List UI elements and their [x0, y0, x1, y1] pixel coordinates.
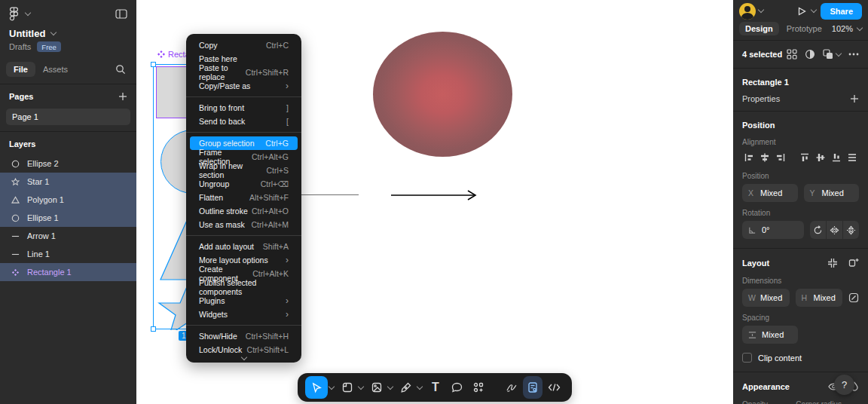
- layer-ellipse-1[interactable]: Ellipse 1: [0, 209, 136, 227]
- help-button[interactable]: ?: [834, 375, 854, 395]
- move-tool-button[interactable]: [305, 376, 328, 399]
- menu-item-use-as-mask[interactable]: Use as maskCtrl+Alt+M: [190, 218, 298, 231]
- menu-item-wrap-in-new-section[interactable]: Wrap in new sectionCtrl+S: [190, 164, 298, 177]
- zoom-control[interactable]: 102%: [832, 24, 862, 33]
- spacing-field[interactable]: Mixed: [742, 326, 798, 344]
- menu-item-paste-to-replace[interactable]: Paste to replaceCtrl+Shift+R: [190, 66, 298, 79]
- file-location[interactable]: Drafts: [9, 42, 31, 51]
- canvas-ellipse-2[interactable]: [373, 32, 512, 157]
- layer-line-1[interactable]: Line 1: [0, 245, 136, 263]
- y-position-field[interactable]: Y Mixed: [804, 184, 860, 202]
- left-sidebar: Untitled Drafts Free File Assets Pages P…: [0, 0, 136, 404]
- toggle-panel-icon[interactable]: [115, 9, 127, 19]
- clip-content-checkbox[interactable]: [742, 353, 752, 363]
- canvas-arrow-1[interactable]: [390, 189, 481, 201]
- union-icon: [823, 49, 833, 60]
- add-page-icon[interactable]: [118, 92, 127, 101]
- constrain-proportions-icon[interactable]: [848, 292, 859, 303]
- layer-polygon-1[interactable]: Polygon 1: [0, 191, 136, 209]
- align-bottom-icon[interactable]: [829, 150, 843, 165]
- tab-assets[interactable]: Assets: [35, 62, 75, 77]
- tab-prototype[interactable]: Prototype: [781, 22, 828, 35]
- share-button[interactable]: Share: [821, 3, 862, 20]
- pen-tool-button[interactable]: [396, 376, 416, 399]
- layer-arrow-1[interactable]: Arrow 1: [0, 227, 136, 245]
- appearance-header: Appearance: [742, 382, 790, 391]
- shape-tool-chevron-icon[interactable]: [387, 383, 393, 389]
- properties-label: Properties: [742, 94, 780, 103]
- selection-handle-top-left[interactable]: [151, 62, 156, 67]
- create-component-icon[interactable]: [787, 49, 797, 60]
- frame-tool-button[interactable]: [338, 376, 357, 399]
- align-left-icon[interactable]: [742, 150, 756, 165]
- height-field[interactable]: H Mixed: [796, 289, 843, 307]
- menu-item-bring-to-front[interactable]: Bring to front]: [190, 101, 298, 115]
- menu-item-add-auto-layout[interactable]: Add auto layoutShift+A: [190, 240, 298, 253]
- flip-horizontal-icon[interactable]: [827, 221, 842, 239]
- file-title[interactable]: Untitled: [9, 28, 45, 39]
- actions-icon: [472, 381, 484, 393]
- layer-star-1[interactable]: Star 1: [0, 173, 136, 191]
- boolean-groups-control[interactable]: [823, 49, 841, 60]
- move-tool-chevron-icon[interactable]: [329, 383, 335, 389]
- align-horizontal-center-icon[interactable]: [758, 150, 772, 165]
- menu-item-outline-stroke[interactable]: Outline strokeCtrl+Alt+O: [190, 204, 298, 218]
- menu-scroll-down-indicator[interactable]: [186, 357, 301, 361]
- tidy-up-icon[interactable]: [845, 150, 859, 165]
- figma-logo-icon[interactable]: [9, 7, 19, 21]
- align-vertical-center-icon[interactable]: [813, 150, 827, 165]
- corner-radius-label: Corner radius: [796, 393, 845, 404]
- layer-rectangle-1[interactable]: Rectangle 1: [0, 263, 136, 281]
- pen-tool-chevron-icon[interactable]: [417, 383, 423, 389]
- menu-item-send-to-back[interactable]: Send to back[: [190, 115, 298, 128]
- menu-divider: [186, 132, 301, 133]
- avatar-chevron-icon[interactable]: [758, 7, 764, 13]
- tab-file[interactable]: File: [6, 62, 35, 77]
- bottom-toolbar: T: [298, 373, 572, 402]
- tab-design[interactable]: Design: [739, 22, 779, 35]
- actions-tool-button[interactable]: [469, 376, 488, 399]
- dev-mode-toggle-button[interactable]: [523, 376, 542, 399]
- selection-handle-bottom-left[interactable]: [151, 326, 156, 332]
- main-menu-chevron-icon[interactable]: [25, 9, 31, 15]
- width-field[interactable]: W Mixed: [742, 289, 790, 307]
- x-position-field[interactable]: X Mixed: [742, 184, 798, 202]
- position-sub-label: Position: [733, 165, 868, 184]
- comment-bubble-icon: [451, 381, 463, 393]
- text-tool-button[interactable]: T: [426, 376, 445, 399]
- menu-item-copy[interactable]: CopyCtrl+C: [190, 38, 298, 52]
- menu-item-copy-paste-as[interactable]: Copy/Paste as: [190, 79, 298, 93]
- present-play-icon[interactable]: [796, 6, 807, 17]
- mask-icon[interactable]: [805, 49, 815, 60]
- code-view-button[interactable]: [544, 376, 564, 399]
- spacing-label: Spacing: [733, 307, 868, 326]
- more-options-icon[interactable]: [848, 53, 859, 56]
- menu-item-flatten[interactable]: FlattenAlt+Shift+F: [190, 191, 298, 204]
- align-right-icon[interactable]: [774, 150, 788, 165]
- rotation-field[interactable]: 0°: [742, 221, 804, 239]
- flip-vertical-icon[interactable]: [843, 221, 859, 239]
- comment-tool-button[interactable]: [447, 376, 467, 399]
- ellipse-icon: [11, 160, 20, 168]
- selection-count: 4 selected: [742, 50, 782, 59]
- add-property-icon[interactable]: [850, 94, 859, 103]
- gap-icon: [748, 331, 756, 339]
- file-title-chevron-icon[interactable]: [50, 29, 57, 35]
- search-icon[interactable]: [115, 64, 126, 75]
- rotate-icon[interactable]: [810, 221, 826, 239]
- menu-item-publish-selected-components[interactable]: Publish selected components: [190, 280, 298, 294]
- page-item-page-1[interactable]: Page 1: [6, 109, 130, 125]
- draw-marker-button[interactable]: [502, 376, 521, 399]
- shape-media-tool-button[interactable]: [367, 376, 387, 399]
- add-auto-layout-icon[interactable]: [848, 258, 859, 268]
- menu-item-widgets[interactable]: Widgets: [190, 308, 298, 321]
- align-top-icon[interactable]: [797, 150, 811, 165]
- resize-to-fit-icon[interactable]: [827, 258, 838, 268]
- component-icon: [11, 268, 20, 277]
- menu-item-show-hide[interactable]: Show/HideCtrl+Shift+H: [190, 329, 298, 343]
- present-chevron-icon[interactable]: [811, 7, 817, 13]
- position-header: Position: [742, 121, 775, 130]
- avatar[interactable]: [739, 3, 756, 20]
- frame-tool-chevron-icon[interactable]: [358, 383, 364, 389]
- layer-ellipse-2[interactable]: Ellipse 2: [0, 155, 136, 173]
